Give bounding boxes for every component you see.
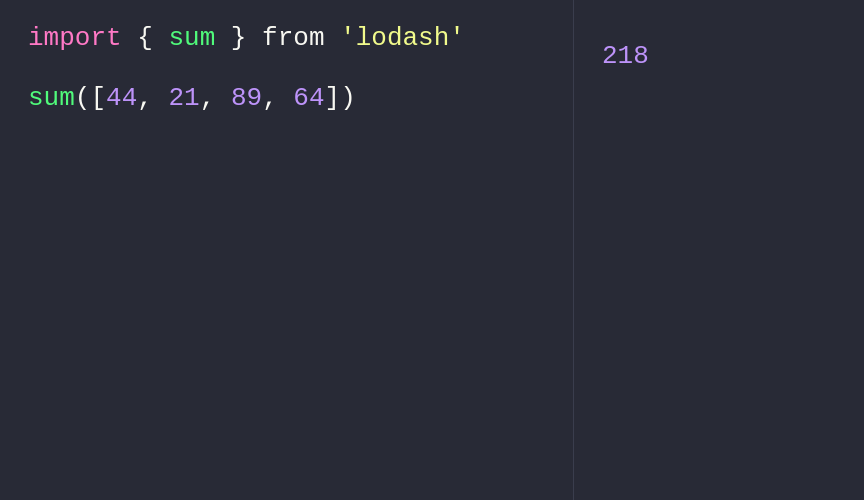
num4: 64 [293, 78, 324, 120]
string-lodash: 'lodash' [324, 18, 464, 60]
keyword-from: from [246, 18, 324, 60]
result-value: 218 [602, 18, 836, 78]
num3: 89 [231, 78, 262, 120]
brace-close: } [215, 18, 246, 60]
paren-open: ([ [75, 78, 106, 120]
num1: 44 [106, 78, 137, 120]
identifier-sum: sum [168, 18, 215, 60]
sum-call-line: sum ([ 44 , 21 , 89 , 64 ]) [28, 78, 545, 120]
code-panel[interactable]: import { sum } from 'lodash' sum ([ 44 ,… [0, 0, 574, 500]
brace-open: { [122, 18, 169, 60]
num2: 21 [168, 78, 199, 120]
comma1: , [137, 78, 168, 120]
paren-close: ]) [325, 78, 356, 120]
import-line: import { sum } from 'lodash' [28, 18, 545, 60]
result-panel: 218 [574, 0, 864, 500]
func-name: sum [28, 78, 75, 120]
comma3: , [262, 78, 293, 120]
comma2: , [200, 78, 231, 120]
keyword-import: import [28, 18, 122, 60]
editor-container: import { sum } from 'lodash' sum ([ 44 ,… [0, 0, 864, 500]
